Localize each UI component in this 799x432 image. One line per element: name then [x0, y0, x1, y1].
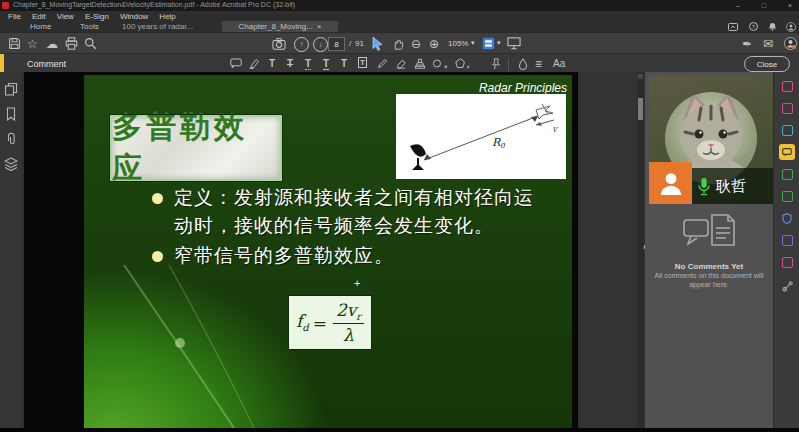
- print-icon[interactable]: [65, 36, 78, 51]
- tab-home[interactable]: Home: [30, 22, 51, 31]
- more-tools-icon[interactable]: [779, 278, 795, 294]
- select-tool-icon[interactable]: [372, 36, 383, 51]
- sticky-note-icon[interactable]: [230, 57, 242, 70]
- arrowhead-right: [531, 116, 538, 122]
- insert-text-icon[interactable]: T: [305, 58, 311, 70]
- page-display-caret-icon[interactable]: ▾: [497, 39, 501, 47]
- line-weight-icon[interactable]: ≡: [535, 57, 542, 70]
- replace-text-icon[interactable]: T: [323, 58, 329, 70]
- quick-tools-toolbar: ☆ ☁ ↑ ↓ 8 / 91 ⊖ ⊕ 105% ▾ ▾ ✒: [0, 32, 799, 54]
- share-screen-icon[interactable]: [726, 22, 740, 31]
- fill-color-icon[interactable]: [518, 57, 528, 70]
- send-for-comments-icon[interactable]: [779, 254, 795, 270]
- text-box-icon[interactable]: T: [358, 57, 367, 68]
- attachments-icon[interactable]: [4, 132, 18, 146]
- user-account-icon[interactable]: [784, 36, 797, 51]
- notification-bell-icon[interactable]: [765, 22, 779, 31]
- export-pdf-icon[interactable]: [779, 78, 795, 94]
- comment-toolbar: Comment T T T T T T: [0, 53, 799, 73]
- acrobat-logo-icon: [2, 2, 9, 9]
- page-total: 91: [355, 39, 364, 48]
- text-style-icon[interactable]: Aa: [553, 58, 565, 69]
- scrollbar-thumb[interactable]: [638, 98, 643, 120]
- acrobat-window: Chapter_8_MovingTargetDetection&Velocity…: [0, 0, 799, 432]
- fill-sign-icon[interactable]: [779, 232, 795, 248]
- person-icon: [658, 170, 684, 196]
- stamp-icon[interactable]: [414, 57, 426, 70]
- layers-icon[interactable]: [4, 157, 18, 171]
- formula-fraction: 2vr λ: [333, 300, 364, 345]
- slide-content: 多普勒效应 Radar Principles: [84, 75, 572, 428]
- participant-name-bar: 耿哲: [692, 168, 773, 204]
- add-text-icon[interactable]: T: [269, 58, 275, 69]
- organize-pages-icon[interactable]: [779, 100, 795, 116]
- no-comments-text-line1: All comments on this document will: [645, 271, 773, 280]
- document-viewport[interactable]: 多普勒效应 Radar Principles: [23, 72, 637, 428]
- video-call-tile[interactable]: 耿哲: [649, 76, 773, 204]
- protect-pdf-icon[interactable]: [779, 210, 795, 226]
- menu-file[interactable]: File: [8, 12, 21, 21]
- tab-bar: Home Tools 100 years of radar... Chapter…: [0, 21, 799, 32]
- doc-tab-active[interactable]: Chapter_8_Moving... ×: [222, 21, 338, 32]
- zoom-in-icon[interactable]: ⊕: [429, 36, 439, 51]
- send-envelope-icon[interactable]: ✉: [763, 36, 773, 51]
- zoom-level-value[interactable]: 105%: [448, 39, 468, 48]
- doc-tab-close-icon[interactable]: ×: [317, 22, 322, 31]
- left-nav-panel: [0, 72, 23, 428]
- presentation-mode-icon[interactable]: [507, 36, 521, 51]
- microphone-icon: [696, 177, 712, 196]
- menu-view[interactable]: View: [57, 12, 74, 21]
- compress-pdf-icon[interactable]: [779, 188, 795, 204]
- polygon-shapes-icon[interactable]: [455, 57, 470, 70]
- menu-window[interactable]: Window: [120, 12, 148, 21]
- vertical-scrollbar[interactable]: [637, 72, 644, 428]
- arrowhead-left: [424, 154, 431, 160]
- favorite-star-icon[interactable]: ☆: [27, 36, 38, 51]
- attach-pin-icon[interactable]: [490, 57, 501, 70]
- combine-files-icon[interactable]: [779, 166, 795, 182]
- sign-pen-icon[interactable]: ✒: [742, 36, 752, 51]
- doppler-formula-box: fd = 2vr λ: [288, 295, 372, 350]
- page-display-icon[interactable]: [482, 36, 495, 51]
- crosshair-cursor: +: [354, 277, 360, 289]
- highlight-text-icon[interactable]: [249, 57, 260, 70]
- hand-tool-icon[interactable]: [392, 36, 405, 51]
- comment-mode-accent: [0, 54, 4, 73]
- page-thumbnails-icon[interactable]: [4, 82, 18, 96]
- eraser-icon[interactable]: [395, 57, 407, 70]
- comment-tool-icon[interactable]: [779, 144, 795, 160]
- tab-tools[interactable]: Tools: [80, 22, 99, 31]
- scroll-up-button[interactable]: [638, 74, 643, 79]
- save-icon[interactable]: [8, 36, 21, 51]
- strikethrough-text-icon[interactable]: T: [287, 58, 293, 69]
- menu-esign[interactable]: E-Sign: [85, 12, 109, 21]
- doc-tab-inactive[interactable]: 100 years of radar...: [122, 22, 193, 31]
- underline-text-icon[interactable]: T: [341, 58, 347, 69]
- search-icon[interactable]: [84, 36, 97, 51]
- participant-name: 耿哲: [716, 177, 746, 196]
- cloud-upload-icon[interactable]: ☁: [46, 36, 58, 51]
- bullet1-line2: 动时，接收的信号频率会发生变化。: [174, 213, 494, 239]
- maximize-button[interactable]: □: [756, 0, 772, 10]
- menu-edit[interactable]: Edit: [32, 12, 46, 21]
- page-number-input[interactable]: 8: [328, 37, 345, 51]
- next-page-icon[interactable]: ↓: [313, 37, 328, 52]
- bookmarks-icon[interactable]: [4, 107, 18, 121]
- help-circle-icon[interactable]: ?: [746, 22, 760, 31]
- close-comment-button[interactable]: Close: [744, 56, 790, 72]
- menu-help[interactable]: Help: [159, 12, 175, 21]
- zoom-caret-icon[interactable]: ▾: [471, 39, 475, 47]
- shapes-icon[interactable]: [433, 57, 448, 70]
- zoom-out-icon[interactable]: ⊖: [411, 36, 421, 51]
- no-comments-icon: [680, 212, 738, 258]
- tools-panel: [773, 72, 799, 428]
- account-avatar-icon[interactable]: [784, 22, 798, 31]
- minimize-button[interactable]: –: [730, 0, 746, 10]
- content-area: 多普勒效应 Radar Principles: [0, 72, 799, 432]
- formula-equals: =: [313, 313, 327, 333]
- draw-pencil-icon[interactable]: [377, 57, 388, 70]
- snapshot-camera-icon[interactable]: [272, 36, 286, 51]
- edit-pdf-icon[interactable]: [779, 122, 795, 138]
- close-window-button[interactable]: ×: [782, 0, 798, 10]
- previous-page-icon[interactable]: ↑: [294, 37, 309, 52]
